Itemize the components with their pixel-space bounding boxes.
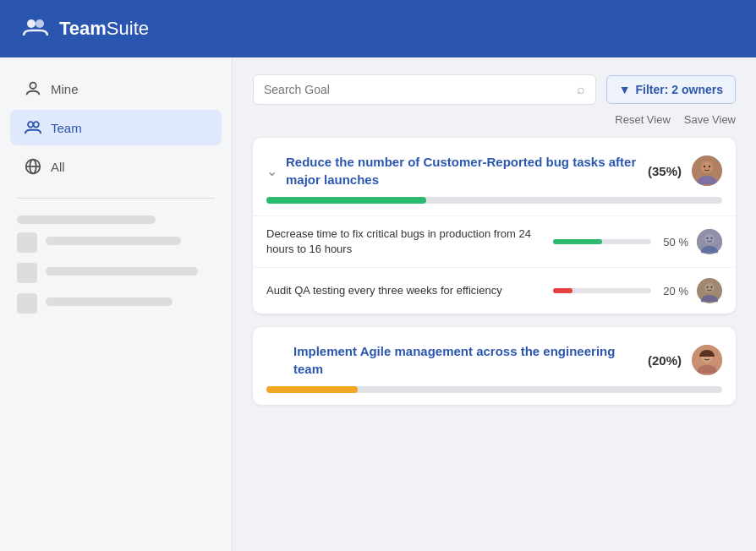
skeleton-line-2 xyxy=(46,237,181,245)
globe-icon xyxy=(24,157,42,176)
team-label: Team xyxy=(51,121,82,135)
sidebar-item-all[interactable]: All xyxy=(10,149,222,184)
goal-card-1: ⌄ Reduce the number of Customer-Reported… xyxy=(253,138,736,314)
svg-point-9 xyxy=(701,161,713,173)
svg-point-13 xyxy=(704,234,715,244)
goal-avatar-2 xyxy=(692,345,722,375)
top-bar: ⌕ ▼ Filter: 2 owners xyxy=(253,74,736,105)
goal-card-2: Implement Agile management across the en… xyxy=(253,327,736,405)
sub-progress-fill-1 xyxy=(553,239,602,244)
svg-point-17 xyxy=(704,283,715,293)
skeleton-line-4 xyxy=(46,297,173,306)
svg-point-19 xyxy=(711,286,713,288)
filter-icon: ▼ xyxy=(619,83,631,96)
skeleton-row-2 xyxy=(17,263,215,283)
search-input[interactable] xyxy=(264,83,577,96)
svg-point-11 xyxy=(709,166,710,167)
skeleton-text xyxy=(46,237,215,248)
skeleton-text-3 xyxy=(46,297,215,309)
skeleton-line xyxy=(17,215,156,224)
person-icon xyxy=(24,79,42,98)
svg-point-15 xyxy=(711,237,713,239)
sub-avatar-face-2 xyxy=(697,278,722,303)
sub-goal-progress-2: 20 % xyxy=(553,285,688,297)
goal-header-1: ⌄ Reduce the number of Customer-Reported… xyxy=(253,138,736,197)
sidebar-item-team[interactable]: Team xyxy=(10,110,222,145)
sub-goal-pct-1: 50 % xyxy=(658,236,688,248)
svg-point-10 xyxy=(704,166,705,167)
svg-point-14 xyxy=(707,237,709,239)
skeleton-text-2 xyxy=(46,267,215,279)
app-logo-text: TeamSuite xyxy=(59,18,149,40)
reset-view-button[interactable]: Reset View xyxy=(615,113,671,126)
sub-goal-row-1: Decrease time to fix critical bugs in pr… xyxy=(253,215,736,267)
sub-avatar-2 xyxy=(697,278,722,303)
people-icon xyxy=(24,118,42,137)
goal-avatar-1 xyxy=(692,155,722,186)
sidebar-item-mine[interactable]: Mine xyxy=(10,71,222,106)
main-layout: Mine Team All xyxy=(0,57,756,551)
svg-point-4 xyxy=(33,122,38,127)
content-area: ⌕ ▼ Filter: 2 owners Reset View Save Vie… xyxy=(233,57,756,551)
goal-progress-2 xyxy=(253,386,736,405)
sub-goal-title-1: Decrease time to fix critical bugs in pr… xyxy=(266,226,553,257)
all-label: All xyxy=(51,160,65,174)
sidebar-divider xyxy=(17,198,215,199)
svg-point-0 xyxy=(27,19,36,28)
svg-point-2 xyxy=(30,83,36,89)
goal-expand-button-1[interactable]: ⌄ xyxy=(266,163,277,179)
sub-goal-title-2: Audit QA testing every three weeks for e… xyxy=(266,283,553,298)
sub-goal-row-2: Audit QA testing every three weeks for e… xyxy=(253,267,736,314)
progress-bg-1 xyxy=(266,197,722,204)
progress-fill-2 xyxy=(266,386,358,393)
sub-progress-bg-1 xyxy=(553,239,651,244)
filter-button[interactable]: ▼ Filter: 2 owners xyxy=(606,75,736,104)
skeleton-row xyxy=(17,232,215,253)
svg-point-3 xyxy=(28,122,33,127)
svg-point-18 xyxy=(707,286,709,288)
sub-avatar-1 xyxy=(697,229,722,254)
save-view-button[interactable]: Save View xyxy=(684,113,736,126)
svg-point-1 xyxy=(36,19,44,28)
sub-avatar-face-1 xyxy=(697,229,722,254)
sub-progress-bg-2 xyxy=(553,288,651,293)
sub-goal-progress-1: 50 % xyxy=(553,236,688,248)
skeleton-box xyxy=(17,232,37,253)
goal-header-2: Implement Agile management across the en… xyxy=(253,327,736,386)
skeleton-row-3 xyxy=(17,293,215,314)
goal-title-1: Reduce the number of Customer-Reported b… xyxy=(286,153,638,188)
goal-percent-1: (35%) xyxy=(648,164,682,178)
sub-progress-fill-2 xyxy=(553,288,572,293)
goal-title-2: Implement Agile management across the en… xyxy=(293,342,638,378)
progress-bg-2 xyxy=(266,386,722,393)
progress-fill-1 xyxy=(266,197,426,204)
search-icon: ⌕ xyxy=(577,82,585,97)
goal-percent-2: (20%) xyxy=(648,353,682,368)
mine-label: Mine xyxy=(51,82,79,96)
skeleton-box-3 xyxy=(17,293,37,314)
skeleton-box-2 xyxy=(17,263,37,283)
app-logo-icon xyxy=(20,14,51,44)
sidebar: Mine Team All xyxy=(0,57,233,551)
skeleton-line-3 xyxy=(46,267,198,276)
avatar-face-1 xyxy=(692,155,722,186)
goal-progress-1 xyxy=(253,197,736,215)
view-actions: Reset View Save View xyxy=(253,113,736,126)
search-box-container[interactable]: ⌕ xyxy=(253,74,596,105)
avatar-face-2 xyxy=(692,345,722,375)
filter-label: Filter: 2 owners xyxy=(636,83,723,96)
app-header: TeamSuite xyxy=(0,0,756,57)
sub-goal-pct-2: 20 % xyxy=(658,285,688,297)
